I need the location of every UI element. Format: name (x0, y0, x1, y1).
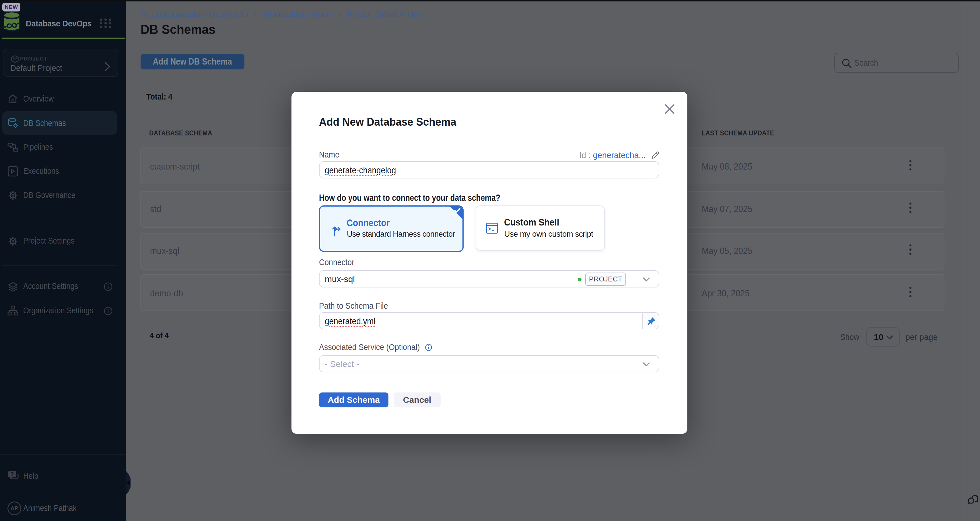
svg-text:∞: ∞ (5, 17, 19, 32)
svg-text:?: ? (11, 471, 14, 477)
